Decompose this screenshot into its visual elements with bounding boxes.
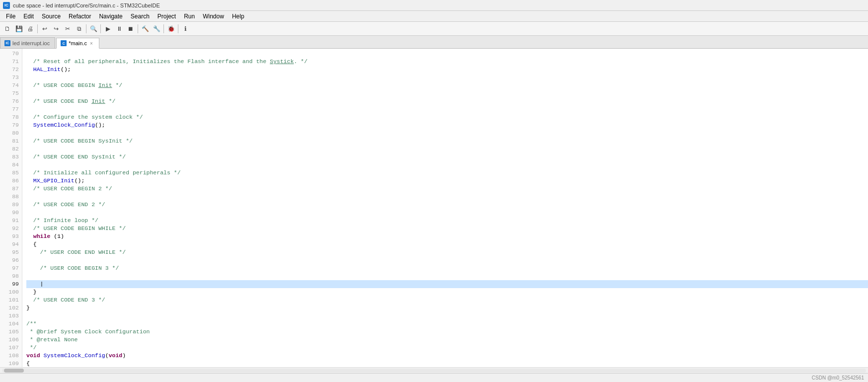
line-num-99: 99 bbox=[0, 280, 19, 288]
code-line-71: /* Reset of all peripherals, Initializes… bbox=[26, 58, 868, 66]
menu-item-navigate[interactable]: Navigate bbox=[95, 11, 126, 22]
code-line-96 bbox=[26, 256, 868, 264]
line-num-102: 102 bbox=[0, 304, 19, 312]
line-num-71: 71 bbox=[0, 58, 19, 66]
code-line-98 bbox=[26, 272, 868, 280]
line-num-77: 77 bbox=[0, 105, 19, 113]
toolbar-btn-run[interactable]: ▶ bbox=[102, 23, 113, 34]
code-line-75 bbox=[26, 89, 868, 97]
line-num-78: 78 bbox=[0, 113, 19, 121]
menu-item-edit[interactable]: Edit bbox=[19, 11, 38, 22]
menu-item-window[interactable]: Window bbox=[199, 11, 228, 22]
line-num-92: 92 bbox=[0, 225, 19, 232]
code-line-83: /* USER CODE END SysInit */ bbox=[26, 153, 868, 161]
tab-ioc-label: led interrupt.ioc bbox=[12, 40, 50, 46]
line-num-96: 96 bbox=[0, 256, 19, 264]
editor-area: 7071727374757677787980818283848586878889… bbox=[0, 49, 868, 367]
ide-logo-icon: IC bbox=[3, 2, 10, 9]
toolbar-btn-find[interactable]: 🔍 bbox=[88, 23, 99, 34]
tab-ioc[interactable]: ICled interrupt.ioc bbox=[0, 37, 55, 48]
line-num-104: 104 bbox=[0, 320, 19, 328]
tab-main[interactable]: C*main.c× bbox=[56, 38, 99, 49]
toolbar-separator bbox=[138, 24, 138, 33]
code-line-73 bbox=[26, 74, 868, 81]
code-line-74: /* USER CODE BEGIN Init */ bbox=[26, 81, 868, 89]
tab-main-close[interactable]: × bbox=[89, 41, 94, 46]
menu-item-file[interactable]: File bbox=[2, 11, 19, 22]
code-line-106: * @retval None bbox=[26, 336, 868, 344]
line-num-87: 87 bbox=[0, 185, 19, 193]
code-line-107: */ bbox=[26, 344, 868, 352]
toolbar-btn-print[interactable]: 🖨 bbox=[25, 23, 36, 34]
horizontal-scrollbar[interactable] bbox=[0, 367, 868, 373]
code-line-79: SystemClock_Config(); bbox=[26, 121, 868, 129]
toolbar-separator bbox=[37, 24, 38, 33]
code-line-89: /* USER CODE END 2 */ bbox=[26, 201, 868, 209]
toolbar-btn-build[interactable]: 🔨 bbox=[140, 23, 151, 34]
line-num-105: 105 bbox=[0, 328, 19, 336]
code-line-108: void SystemClock_Config(void) bbox=[26, 352, 868, 360]
code-line-91: /* Infinite loop */ bbox=[26, 217, 868, 225]
toolbar-btn-clean[interactable]: 🔧 bbox=[151, 23, 162, 34]
toolbar-btn-redo[interactable]: ↪ bbox=[51, 23, 62, 34]
code-line-100: } bbox=[26, 288, 868, 296]
toolbar-btn-debug[interactable]: 🐞 bbox=[165, 23, 176, 34]
line-num-85: 85 bbox=[0, 169, 19, 177]
line-num-74: 74 bbox=[0, 81, 19, 89]
code-line-109: { bbox=[26, 360, 868, 367]
toolbar-btn-suspend[interactable]: ⏸ bbox=[114, 23, 125, 34]
window-title: cube space - led interrupt/Core/Src/main… bbox=[13, 2, 160, 8]
code-line-104: /** bbox=[26, 320, 868, 328]
code-line-82 bbox=[26, 145, 868, 153]
code-line-94: { bbox=[26, 240, 868, 248]
line-num-73: 73 bbox=[0, 74, 19, 81]
toolbar-btn-stop[interactable]: ⏹ bbox=[125, 23, 136, 34]
code-editor[interactable]: /* Reset of all peripherals, Initializes… bbox=[22, 49, 868, 367]
toolbar-separator bbox=[178, 24, 178, 33]
line-num-97: 97 bbox=[0, 264, 19, 272]
toolbar-btn-copy[interactable]: ⧉ bbox=[74, 23, 84, 34]
line-num-106: 106 bbox=[0, 336, 19, 344]
line-numbers-gutter: 7071727374757677787980818283848586878889… bbox=[0, 49, 22, 367]
toolbar-btn-info[interactable]: ℹ bbox=[180, 23, 191, 34]
toolbar-separator bbox=[100, 24, 101, 33]
line-num-80: 80 bbox=[0, 129, 19, 137]
line-num-91: 91 bbox=[0, 217, 19, 225]
tab-main-icon: C bbox=[61, 40, 67, 46]
line-num-70: 70 bbox=[0, 50, 19, 58]
line-num-86: 86 bbox=[0, 177, 19, 185]
menu-item-project[interactable]: Project bbox=[154, 11, 180, 22]
code-line-76: /* USER CODE END Init */ bbox=[26, 97, 868, 105]
toolbar-btn-new[interactable]: 🗋 bbox=[2, 23, 13, 34]
line-num-75: 75 bbox=[0, 89, 19, 97]
menu-item-refactor[interactable]: Refactor bbox=[65, 11, 95, 22]
code-line-102: } bbox=[26, 304, 868, 312]
toolbar: 🗋💾🖨↩↪✂⧉🔍▶⏸⏹🔨🔧🐞ℹ bbox=[0, 22, 868, 36]
code-line-105: * @brief System Clock Configuration bbox=[26, 328, 868, 336]
menu-item-run[interactable]: Run bbox=[180, 11, 199, 22]
tab-main-label: *main.c bbox=[69, 40, 87, 46]
line-num-76: 76 bbox=[0, 97, 19, 105]
code-line-103 bbox=[26, 312, 868, 320]
tab-bar: ICled interrupt.iocC*main.c× bbox=[0, 36, 868, 49]
code-line-85: /* Initialize all configured peripherals… bbox=[26, 169, 868, 177]
line-num-107: 107 bbox=[0, 344, 19, 352]
code-line-80 bbox=[26, 129, 868, 137]
code-line-88 bbox=[26, 193, 868, 201]
menu-item-search[interactable]: Search bbox=[127, 11, 154, 22]
menu-item-help[interactable]: Help bbox=[228, 11, 248, 22]
menu-item-source[interactable]: Source bbox=[38, 11, 65, 22]
line-num-93: 93 bbox=[0, 232, 19, 240]
menu-bar: FileEditSourceRefactorNavigateSearchProj… bbox=[0, 11, 868, 22]
toolbar-btn-undo[interactable]: ↩ bbox=[39, 23, 50, 34]
line-num-101: 101 bbox=[0, 296, 19, 304]
code-line-78: /* Configure the system clock */ bbox=[26, 113, 868, 121]
line-num-95: 95 bbox=[0, 248, 19, 256]
toolbar-btn-save[interactable]: 💾 bbox=[13, 23, 24, 34]
line-num-83: 83 bbox=[0, 153, 19, 161]
line-num-89: 89 bbox=[0, 201, 19, 209]
code-line-99: | bbox=[26, 280, 868, 288]
line-num-90: 90 bbox=[0, 209, 19, 217]
toolbar-btn-cut[interactable]: ✂ bbox=[62, 23, 73, 34]
line-num-100: 100 bbox=[0, 288, 19, 296]
